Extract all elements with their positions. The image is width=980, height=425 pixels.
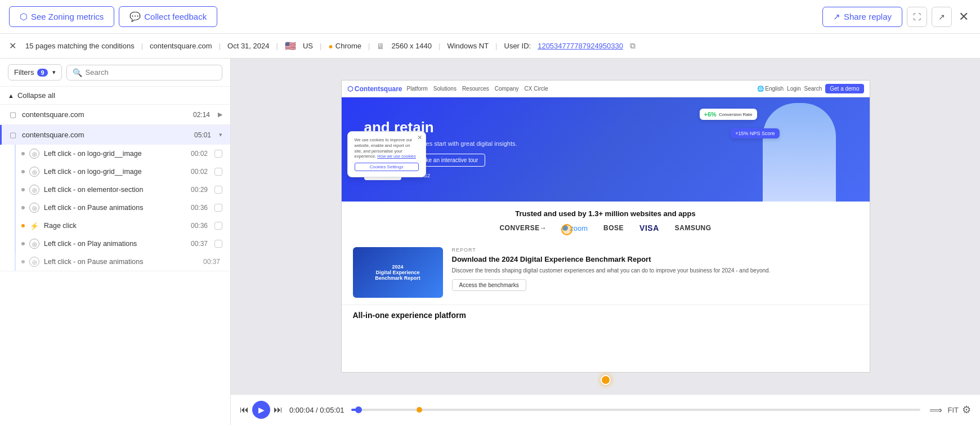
event-item: ◎ Left click - on logo-grid__image 00:02	[15, 145, 230, 163]
date-text: Oct 31, 2024	[227, 42, 269, 50]
cookie-close-button[interactable]: ✕	[417, 134, 422, 141]
top-bar-left: ⬡ See Zoning metrics 💬 Collect feedback	[9, 6, 217, 27]
progress-track[interactable]	[351, 409, 920, 411]
expand-icon-button[interactable]: ⛶	[907, 7, 927, 27]
event-checkbox-6[interactable]	[214, 240, 222, 248]
event-item: ◎ Left click - on elementor-section 00:2…	[15, 181, 230, 199]
close-button[interactable]: ✕	[956, 7, 971, 26]
search-input[interactable]	[86, 68, 216, 77]
copy-icon[interactable]: ⧉	[630, 41, 636, 51]
session-name-1: contentsquare.com	[22, 110, 189, 119]
rage-click-item: ⚡ Rage click 00:36	[15, 217, 230, 235]
event-dot-3	[21, 188, 25, 191]
filters-button[interactable]: Filters 9 ▾	[8, 64, 62, 80]
marker-indicator	[417, 407, 422, 413]
hero-nps-badge: +15% NPS Score	[731, 128, 779, 138]
cookie-link[interactable]: How we use cookies	[377, 154, 415, 159]
event-checkbox-4[interactable]	[214, 204, 222, 212]
event-label-4: Left click - on Pause animations	[44, 204, 186, 212]
user-id-link[interactable]: 120534777787924950330	[538, 42, 623, 50]
cookie-settings-button[interactable]: Cookies Settings	[355, 163, 419, 171]
click-icon-4: ◎	[29, 203, 39, 213]
report-desc: Discover the trends shaping digital cust…	[452, 267, 858, 275]
event-label-3: Left click - on elementor-section	[44, 186, 186, 194]
share-replay-label: Share replay	[844, 12, 892, 21]
click-marker	[561, 224, 572, 235]
browser-text: Chrome	[335, 42, 361, 50]
filters-label: Filters	[14, 68, 34, 77]
right-area: ⬡ Contentsquare Platform Solutions Resou…	[231, 59, 980, 425]
separator-5: |	[368, 42, 370, 50]
pages-matching-text: 15 pages matching the conditions	[25, 42, 135, 50]
session-header-2[interactable]: ▢ contentsquare.com 05:01 ▾	[0, 125, 230, 145]
zoning-icon: ⬡	[20, 11, 28, 22]
expand-icon: ⛶	[913, 12, 921, 21]
collapse-all-label: Collapse all	[17, 91, 55, 100]
replay-nav-right: 🌐 English Login Search Get a demo	[757, 84, 864, 93]
previous-button[interactable]: ⏮	[240, 405, 249, 415]
progress-thumb[interactable]	[355, 406, 362, 413]
feedback-icon: 💬	[129, 11, 141, 22]
video-viewport: ⬡ Contentsquare Platform Solutions Resou…	[231, 59, 980, 394]
rage-click-label: Rage click	[44, 222, 186, 230]
os-text: Windows NT	[447, 42, 489, 50]
hero-conversion-badge: +6% Conversion Rate	[700, 109, 757, 120]
session-icon-1: ▢	[10, 110, 16, 119]
click-icon-1: ◎	[29, 149, 39, 159]
chevron-down-icon-2: ▾	[219, 131, 222, 138]
get-demo-button[interactable]: Get a demo	[825, 84, 863, 93]
click-icon-2: ◎	[29, 167, 39, 177]
report-content: REPORT Download the 2024 Digital Experie…	[452, 247, 858, 291]
events-list: ◎ Left click - on logo-grid__image 00:02…	[0, 145, 230, 271]
separator-4: |	[320, 42, 321, 50]
top-bar: ⬡ See Zoning metrics 💬 Collect feedback …	[0, 0, 980, 34]
cookie-text: We use cookies to improve our website, e…	[355, 137, 419, 159]
external-link-icon: ↗	[938, 12, 945, 21]
event-checkbox-2[interactable]	[214, 168, 222, 176]
session-name-2: contentsquare.com	[22, 131, 190, 139]
replay-nav: ⬡ Contentsquare Platform Solutions Resou…	[342, 80, 870, 97]
play-button[interactable]: ▶	[252, 401, 270, 419]
event-label-7: Left click - on Pause animations	[44, 258, 199, 266]
event-item: ◎ Left click - on Pause animations 00:37	[15, 253, 230, 271]
collapse-all-row[interactable]: ▲ Collapse all	[0, 87, 230, 105]
separator-2: |	[219, 42, 221, 50]
settings-button[interactable]: ⚙	[962, 404, 971, 416]
speed-button[interactable]: ⟹	[927, 402, 945, 418]
trusted-logos: CONVERSE→ zoom BOSE VISA SAMSUNG	[353, 223, 858, 232]
playback-bar: ⏮ ▶ ⏭ 0:00:04 / 0:05:01 ⟹ FIT ⚙	[231, 394, 980, 425]
report-image: 2024Digital ExperienceBenchmark Report	[353, 247, 443, 298]
next-button[interactable]: ⏭	[274, 405, 283, 415]
report-tag: REPORT	[452, 247, 858, 253]
trusted-title: Trusted and used by 1.3+ million website…	[353, 209, 858, 218]
share-replay-button[interactable]: ↗ Share replay	[822, 7, 902, 27]
conversion-label: Conversion Rate	[719, 112, 753, 117]
report-cta-button[interactable]: Access the benchmarks	[452, 279, 526, 291]
session-group-2: ▢ contentsquare.com 05:01 ▾ ◎ Left click…	[0, 125, 230, 271]
event-checkbox-1[interactable]	[214, 150, 222, 158]
visa-logo: VISA	[639, 223, 659, 232]
event-item: ◎ Left click - on Pause animations 00:36	[15, 199, 230, 217]
meta-close-button[interactable]: ✕	[9, 41, 16, 51]
separator-1: |	[141, 42, 143, 50]
external-link-button[interactable]: ↗	[932, 7, 952, 27]
report-img-label: 2024Digital ExperienceBenchmark Report	[372, 261, 424, 284]
flag-icon: 🇺🇸	[285, 41, 296, 51]
close-icon: ✕	[959, 10, 969, 24]
zoning-metrics-button[interactable]: ⬡ See Zoning metrics	[9, 6, 114, 27]
event-checkbox-3[interactable]	[214, 186, 222, 194]
click-icon-7: ◎	[29, 257, 39, 267]
collect-feedback-button[interactable]: 💬 Collect feedback	[119, 6, 217, 27]
event-time-4: 00:36	[191, 204, 208, 212]
main-area: Filters 9 ▾ 🔍 ▲ Collapse all ▢ contentsq…	[0, 59, 980, 425]
play-controls: ⏮ ▶ ⏭	[240, 401, 283, 419]
event-dot-5	[21, 224, 25, 227]
event-checkbox-5[interactable]	[214, 222, 222, 230]
separator-3: |	[276, 42, 278, 50]
session-header-1[interactable]: ▢ contentsquare.com 02:14 ▶	[0, 105, 230, 124]
click-icon-6: ◎	[29, 239, 39, 249]
top-bar-right: ↗ Share replay ⛶ ↗ ✕	[822, 7, 971, 27]
zoning-metrics-label: See Zoning metrics	[31, 12, 104, 21]
viewport-marker-dot	[601, 375, 611, 385]
event-time-1: 00:02	[191, 150, 208, 158]
